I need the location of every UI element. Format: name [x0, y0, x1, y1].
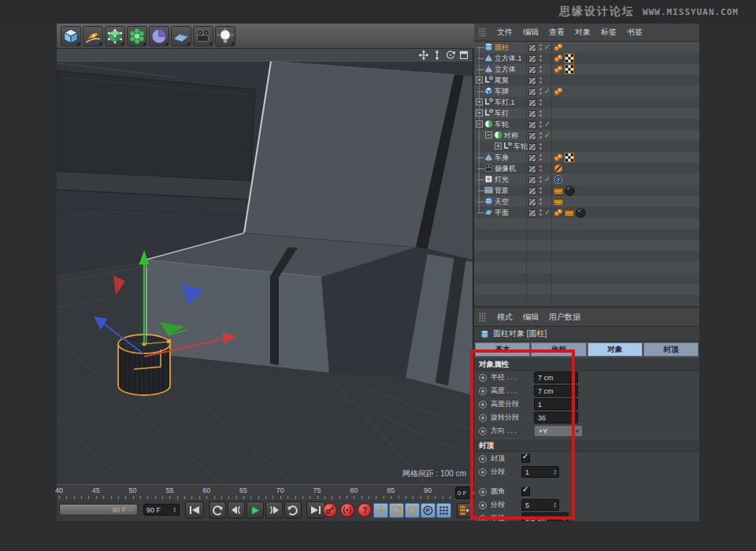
object-row[interactable]: 背景 [474, 185, 699, 196]
timeline-ruler[interactable]: 4045505560657075808590 0 F ▲▼ [57, 484, 474, 500]
tab-对象[interactable]: 对象 [587, 342, 643, 357]
rotate-icon[interactable] [445, 50, 455, 60]
deformer-button[interactable] [127, 26, 147, 46]
layer-swatch[interactable] [528, 88, 536, 96]
spline-pen-button[interactable] [83, 26, 103, 46]
visibility-dots[interactable] [539, 44, 542, 50]
enabled-check-icon[interactable]: ✓ [544, 207, 550, 218]
pan-icon[interactable] [418, 50, 428, 60]
object-row[interactable]: −对称✓ [474, 130, 699, 141]
layer-swatch[interactable] [528, 77, 536, 85]
enabled-check-icon[interactable]: ✓ [544, 86, 550, 97]
texture-tag-icon[interactable] [565, 65, 574, 74]
object-row[interactable]: 圆柱✓ [474, 42, 699, 53]
layer-swatch[interactable] [528, 165, 536, 173]
visibility-dots[interactable] [539, 110, 542, 116]
enabled-check-icon[interactable]: ✓ [544, 119, 550, 130]
keyframe-circle-icon[interactable] [479, 515, 487, 522]
expand-toggle[interactable]: − [485, 131, 492, 139]
object-row[interactable]: 灯光✓ [474, 174, 699, 185]
expand-toggle[interactable]: + [476, 76, 483, 83]
om-menu-item-1[interactable]: 编辑 [523, 27, 539, 38]
phong-tag-icon[interactable] [554, 87, 563, 96]
layer-swatch[interactable] [528, 110, 536, 118]
prev-frame-button[interactable] [228, 501, 245, 519]
visibility-dots[interactable] [539, 154, 542, 161]
play-button[interactable] [246, 501, 264, 519]
object-name[interactable]: 圆柱 [495, 42, 509, 53]
expand-toggle[interactable]: + [476, 98, 483, 105]
object-row[interactable]: 摄像机 [474, 163, 699, 174]
object-row[interactable]: 车牌✓ [474, 86, 699, 97]
visibility-dots[interactable] [539, 55, 542, 61]
visibility-dots[interactable] [539, 187, 542, 194]
attribute-value-input[interactable]: 36▲▼ [534, 412, 578, 423]
object-name[interactable]: 天空 [495, 196, 509, 207]
expand-toggle[interactable]: − [476, 120, 483, 128]
phong-tag-icon[interactable] [554, 208, 563, 217]
autokey-button[interactable] [340, 503, 354, 517]
object-name[interactable]: 平面 [495, 207, 509, 218]
object-row[interactable]: −车轮✓ [474, 119, 699, 130]
keyframe-circle-icon[interactable] [479, 488, 487, 496]
toggle-view-icon[interactable] [458, 50, 469, 60]
visibility-dots[interactable] [539, 88, 542, 94]
object-name[interactable]: 车牌 [495, 86, 509, 97]
attribute-value-input[interactable]: 0.5 cm▲▼ [521, 512, 569, 521]
layer-swatch[interactable] [528, 176, 536, 184]
zoom-icon[interactable] [432, 50, 442, 60]
record-parameter-button[interactable]: P [421, 503, 435, 518]
frame-spinner[interactable]: 90 F ▲▼ [143, 504, 180, 516]
om-menu-item-0[interactable]: 文件 [497, 27, 513, 38]
layer-swatch[interactable] [528, 143, 536, 151]
camera-button[interactable] [193, 26, 213, 46]
object-tree[interactable]: 圆柱✓立方体.1立方体+尾翼车牌✓+车灯.1+车灯−车轮✓−对称✓+车轮车身摄像… [474, 42, 699, 306]
viewport-scene[interactable]: 网格间距 : 100 cm [57, 61, 472, 483]
layer-swatch[interactable] [528, 55, 536, 63]
am-menu-item-2[interactable]: 用户数据 [549, 312, 580, 323]
record-pla-button[interactable] [436, 503, 451, 518]
tab-基本[interactable]: 基本 [475, 342, 530, 357]
object-row[interactable]: 天空 [474, 196, 699, 207]
record-position-button[interactable] [373, 503, 388, 518]
om-menu-item-2[interactable]: 查看 [549, 27, 565, 38]
object-row[interactable]: 车身 [474, 152, 699, 163]
expand-toggle[interactable]: + [495, 142, 502, 150]
compositing-tag-icon[interactable] [554, 197, 563, 206]
attribute-dropdown[interactable]: +Y▼ [534, 425, 583, 437]
object-row[interactable]: 立方体.1 [474, 53, 699, 64]
stepper-arrows-icon[interactable]: ▲▼ [173, 507, 176, 512]
keyframe-circle-icon[interactable] [479, 468, 487, 476]
protection-tag-icon[interactable] [554, 164, 563, 173]
frame-slider[interactable]: 90 F ▶ [59, 504, 138, 516]
visibility-dots[interactable] [539, 132, 542, 139]
object-name[interactable]: 灯光 [495, 174, 509, 185]
object-row[interactable]: 平面✓ [474, 207, 699, 218]
layer-swatch[interactable] [528, 154, 536, 162]
keyframe-circle-icon[interactable] [479, 427, 487, 435]
keyframe-circle-icon[interactable] [479, 401, 487, 409]
layer-swatch[interactable] [528, 209, 536, 217]
layer-swatch[interactable] [528, 132, 536, 140]
object-name[interactable]: 车身 [495, 152, 509, 163]
layer-swatch[interactable] [528, 121, 536, 129]
tab-封顶[interactable]: 封顶 [643, 342, 699, 357]
om-menu-item-5[interactable]: 书签 [627, 27, 643, 38]
object-name[interactable]: 背景 [495, 185, 509, 196]
layer-swatch[interactable] [528, 66, 536, 74]
add-primitive-button[interactable] [61, 26, 81, 46]
tab-坐标[interactable]: 坐标 [531, 342, 586, 357]
object-row[interactable]: 立方体 [474, 64, 699, 75]
visibility-dots[interactable] [539, 77, 542, 83]
object-row[interactable]: +车轮 [474, 141, 699, 152]
subdivision-surface-button[interactable] [105, 26, 125, 46]
prev-key-button[interactable] [209, 501, 226, 519]
object-name[interactable]: 立方体.1 [495, 53, 522, 64]
object-name[interactable]: 车灯.1 [495, 97, 515, 108]
attribute-value-input[interactable]: 1▲▼ [534, 398, 578, 410]
material-tag-icon[interactable] [565, 186, 574, 195]
phong-tag-icon[interactable] [554, 153, 563, 162]
attribute-checkbox[interactable]: ✓ [521, 487, 530, 496]
record-rotation-button[interactable] [405, 503, 420, 518]
object-name[interactable]: 尾翼 [495, 75, 509, 86]
